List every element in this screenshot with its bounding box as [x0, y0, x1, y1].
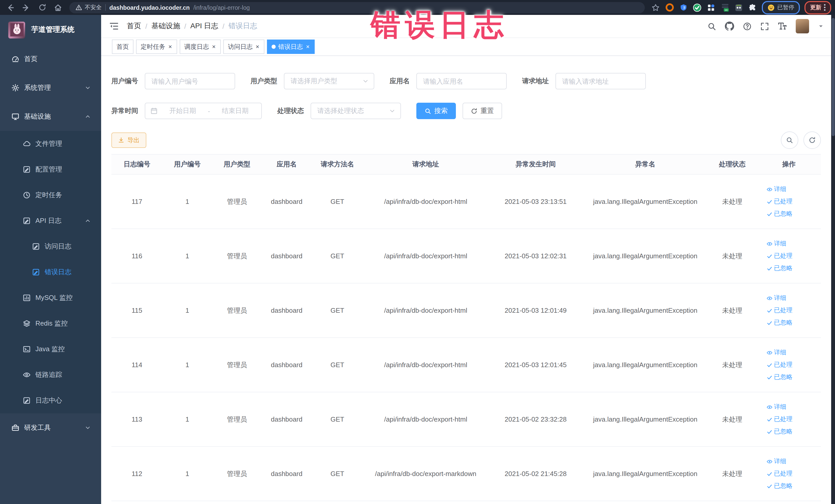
sidebar-item-error-log[interactable]: 错误日志 [0, 259, 101, 285]
browser-chrome: 不安全 dashboard.yudao.iocoder.cn/infra/log… [0, 0, 835, 15]
extension-green-check-icon[interactable] [693, 3, 702, 12]
column-header: 用户类型 [212, 154, 262, 174]
sidebar-item-job[interactable]: 定时任务 [0, 182, 101, 208]
search-button[interactable]: 搜索 [416, 103, 456, 119]
tag-view-调度日志[interactable]: 调度日志× [180, 40, 221, 54]
sidebar-item-redis[interactable]: Redis 监控 [0, 311, 101, 336]
close-icon[interactable]: × [305, 44, 310, 50]
sidebar-item-system[interactable]: 系统管理 [0, 74, 101, 102]
extension-tampermonkey-icon[interactable] [734, 3, 744, 12]
chevron-down-icon [389, 108, 395, 114]
ignored-action[interactable]: 已忽略 [766, 427, 792, 436]
tag-view-错误日志[interactable]: 错误日志× [267, 40, 315, 54]
detail-action[interactable]: 详细 [766, 457, 786, 466]
processed-action[interactable]: 已处理 [766, 306, 792, 315]
refresh-table-button[interactable] [803, 132, 821, 149]
sidebar-item-java[interactable]: Java 监控 [0, 336, 101, 362]
sidebar-item-infra[interactable]: 基础设施 [0, 102, 101, 131]
detail-action[interactable]: 详细 [766, 185, 786, 194]
sidebar-item-home[interactable]: 首页 [0, 45, 101, 74]
processed-action[interactable]: 已处理 [766, 469, 792, 478]
extension-shield-icon[interactable] [679, 3, 688, 12]
sidebar-item-api-log[interactable]: API 日志 [0, 208, 101, 234]
table-row: 1131管理员dashboardGET/api/infra/db-doc/exp… [111, 392, 821, 446]
page-scrollbar[interactable] [831, 15, 835, 504]
tag-view-首页[interactable]: 首页 [112, 40, 134, 54]
actions-cell: 详细已处理已忽略 [757, 446, 821, 501]
tag-view-访问日志[interactable]: 访问日志× [223, 40, 264, 54]
tag-view-定时任务[interactable]: 定时任务× [136, 40, 177, 54]
fullscreen-icon[interactable] [760, 22, 769, 31]
export-button[interactable]: 导出 [111, 133, 146, 148]
close-icon[interactable]: × [168, 44, 172, 50]
ignored-action[interactable]: 已忽略 [766, 482, 792, 490]
extension-orange-icon[interactable] [665, 3, 674, 12]
address-bar[interactable]: 不安全 dashboard.yudao.iocoder.cn/infra/log… [69, 2, 645, 13]
table-cell: 1 [162, 229, 212, 283]
exception-time-range-picker[interactable]: 开始日期 - 结束日期 [145, 103, 262, 119]
sidebar-item-dev-tools[interactable]: 研发工具 [0, 414, 101, 442]
sidebar-item-access-log[interactable]: 访问日志 [0, 234, 101, 259]
breadcrumb-item-api-log[interactable]: API 日志 [190, 22, 219, 31]
url-divider [105, 4, 106, 11]
processed-action[interactable]: 已处理 [766, 251, 792, 260]
processed-action[interactable]: 已处理 [766, 415, 792, 424]
log-icon [23, 217, 31, 225]
forward-icon[interactable] [20, 1, 32, 14]
sidebar-item-config[interactable]: 配置管理 [0, 157, 101, 182]
detail-action[interactable]: 详细 [766, 294, 786, 302]
viewport: 不安全 dashboard.yudao.iocoder.cn/infra/log… [0, 0, 835, 504]
extension-puzzle-icon[interactable] [748, 3, 757, 12]
close-icon[interactable]: × [211, 44, 216, 50]
sidebar-item-log-center[interactable]: 日志中心 [0, 388, 101, 414]
bookmark-star-icon[interactable] [651, 3, 660, 12]
home-icon[interactable] [52, 1, 64, 14]
sidebar-item-file[interactable]: 文件管理 [0, 131, 101, 157]
ignored-action[interactable]: 已忽略 [766, 373, 792, 382]
column-header: 用户编号 [162, 154, 212, 174]
edit-icon [23, 165, 31, 174]
user-id-input[interactable] [145, 73, 235, 89]
reload-icon[interactable] [36, 1, 48, 14]
reset-button[interactable]: 重置 [463, 103, 502, 119]
table-cell: 管理员 [212, 229, 262, 283]
ignored-action[interactable]: 已忽略 [766, 264, 792, 273]
sidebar-logo[interactable]: 芋道管理系统 [0, 15, 101, 45]
help-icon[interactable] [743, 22, 752, 31]
github-icon[interactable] [725, 22, 734, 31]
extension-grid-icon[interactable] [707, 3, 716, 12]
chevron-down-icon[interactable] [818, 23, 824, 29]
detail-action[interactable]: 详细 [766, 348, 786, 357]
breadcrumb-item-infra[interactable]: 基础设施 [151, 22, 180, 31]
toggle-search-button[interactable] [781, 132, 798, 149]
browser-update-button[interactable]: 更新 [805, 1, 831, 14]
user-avatar[interactable] [796, 19, 809, 33]
sidebar-collapse-icon[interactable] [108, 21, 120, 32]
processed-action[interactable]: 已处理 [766, 197, 792, 206]
search-icon[interactable] [708, 22, 716, 31]
sidebar-item-mysql[interactable]: MySQL 监控 [0, 285, 101, 311]
processed-action[interactable]: 已处理 [766, 361, 792, 369]
detail-action[interactable]: 详细 [766, 239, 786, 248]
user-type-select[interactable]: 请选择用户类型 [284, 73, 374, 89]
app-name-input[interactable] [416, 73, 507, 89]
extension-on-badge-icon[interactable]: on [720, 3, 730, 12]
request-url-input[interactable] [555, 73, 646, 89]
detail-action[interactable]: 详细 [766, 403, 786, 411]
close-icon[interactable]: × [255, 44, 260, 50]
back-icon[interactable] [4, 1, 16, 14]
table-cell: 2021-05-03 12:01:45 [488, 338, 583, 392]
profile-paused-badge[interactable]: 已暂停 [762, 1, 800, 14]
chevron-down-icon [85, 85, 91, 91]
scrollbar-thumb[interactable] [832, 18, 835, 136]
monitor-icon [11, 113, 20, 121]
sidebar-item-trace[interactable]: 链路追踪 [0, 362, 101, 388]
browser-menu-kebab-icon[interactable] [824, 4, 826, 11]
security-warning[interactable]: 不安全 [76, 4, 102, 11]
breadcrumb-item-home[interactable]: 首页 [127, 22, 141, 31]
ignored-action[interactable]: 已忽略 [766, 209, 792, 218]
font-size-icon[interactable] [778, 22, 787, 31]
tag-label: 错误日志 [278, 42, 303, 51]
process-status-select[interactable]: 请选择处理状态 [311, 103, 401, 119]
ignored-action[interactable]: 已忽略 [766, 318, 792, 327]
